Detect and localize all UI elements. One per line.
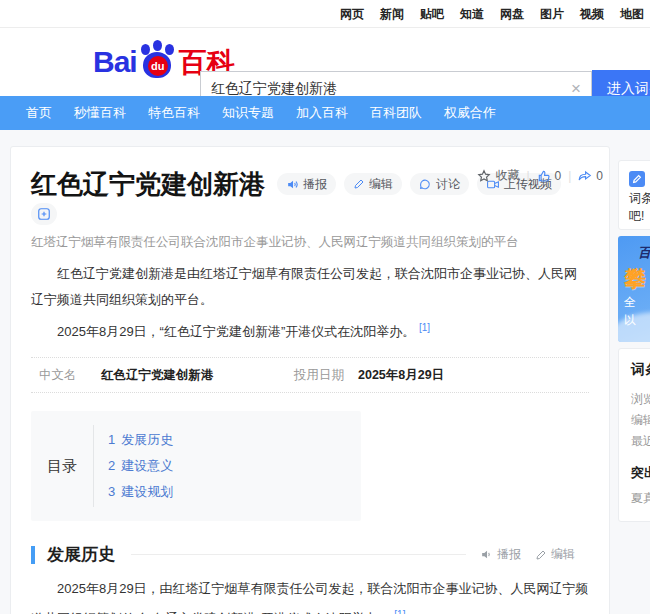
toc-item-planning[interactable]: 3建设规划 bbox=[108, 479, 173, 505]
section-edit-label: 编辑 bbox=[551, 546, 575, 563]
infobox-value: 2025年8月29日 bbox=[358, 366, 444, 384]
site-header: Bai du 百科 × 进入词条 bbox=[0, 28, 650, 96]
toc-number: 1 bbox=[108, 432, 115, 447]
infobox-value: 红色辽宁党建创新港 bbox=[101, 366, 214, 384]
entry-infobox: 中文名 红色辽宁党建创新港 投用日期 2025年8月29日 bbox=[31, 357, 589, 393]
nav-join[interactable]: 加入百科 bbox=[296, 104, 348, 122]
section-history-title: 发展历史 bbox=[47, 543, 115, 566]
toc-number: 3 bbox=[108, 484, 115, 499]
top-nav-news[interactable]: 新闻 bbox=[380, 6, 404, 23]
section-broadcast-label: 播报 bbox=[497, 546, 521, 563]
toc-list: 1发展历史 2建设意义 3建设规划 bbox=[93, 425, 173, 507]
section-history-paragraph: 2025年8月29日，由红塔辽宁烟草有限责任公司发起，联合沈阳市企事业记协、人民… bbox=[31, 576, 589, 614]
infobox-label: 投用日期 bbox=[294, 366, 350, 384]
top-nav-tieba[interactable]: 贴吧 bbox=[420, 6, 444, 23]
share-count: 0 bbox=[596, 169, 603, 183]
table-of-contents: 目录 1发展历史 2建设意义 3建设规划 bbox=[31, 411, 361, 521]
edit-pencil-icon bbox=[629, 171, 645, 187]
top-utility-bar: 网页 新闻 贴吧 知道 网盘 图片 视频 地图 文库 bbox=[0, 0, 650, 28]
reference-link-1[interactable]: [1] bbox=[394, 609, 405, 614]
section-history-header: 发展历史 播报 编辑 bbox=[31, 543, 589, 566]
pencil-icon bbox=[353, 178, 365, 190]
section-broadcast-button[interactable]: 播报 bbox=[480, 546, 521, 563]
stats-title: 词条统计 bbox=[631, 361, 650, 379]
entry-stats-box: 词条统计 浏览次数： 编辑次数： 最近更新： 突出贡献榜 夏真 bbox=[618, 348, 650, 522]
speaker-icon bbox=[480, 548, 493, 561]
entry-paragraph-2: 2025年8月29日，“红色辽宁党建创新港”开港仪式在沈阳举办。 [1] bbox=[31, 315, 589, 345]
entry-social-bar: 收藏 | 0 | 0 bbox=[477, 167, 603, 184]
top-nav-images[interactable]: 图片 bbox=[540, 6, 564, 23]
star-icon bbox=[477, 169, 491, 183]
contributors-title: 突出贡献榜 bbox=[631, 464, 650, 482]
infobox-label: 中文名 bbox=[39, 366, 101, 384]
favorite-button[interactable]: 收藏 bbox=[477, 167, 519, 184]
thumb-up-icon bbox=[537, 169, 551, 183]
edit-label: 编辑 bbox=[369, 176, 393, 193]
toc-item-history[interactable]: 1发展历史 bbox=[108, 427, 173, 453]
speaker-icon bbox=[286, 178, 299, 191]
broadcast-label: 播报 bbox=[303, 176, 327, 193]
right-sidebar: 词条 吧! 百科 攀 全 以 词条统计 浏览次数： 编辑次数： 最近更新： 突出… bbox=[618, 160, 650, 522]
contributor-name[interactable]: 夏真 bbox=[631, 490, 650, 507]
logo-bai-text: Bai bbox=[93, 44, 137, 80]
toc-item-significance[interactable]: 2建设意义 bbox=[108, 453, 173, 479]
entry-summary: 红塔辽宁烟草有限责任公司联合沈阳市企事业记协、人民网辽宁频道共同组织策划的平台 bbox=[31, 233, 589, 251]
top-nav: 网页 新闻 贴吧 知道 网盘 图片 视频 地图 文库 bbox=[340, 0, 650, 28]
reference-link-1[interactable]: [1] bbox=[419, 322, 430, 333]
banner-line-1: 全 bbox=[624, 294, 636, 311]
nav-miaodong[interactable]: 秒懂百科 bbox=[74, 104, 126, 122]
add-to-collection-button[interactable] bbox=[31, 203, 57, 225]
divider: | bbox=[568, 169, 571, 183]
discuss-label: 讨论 bbox=[436, 176, 460, 193]
nav-team[interactable]: 百科团队 bbox=[370, 104, 422, 122]
like-button[interactable]: 0 bbox=[537, 169, 562, 183]
entry-title-row: 红色辽宁党建创新港 播报 编辑 讨论 上传视频 bbox=[31, 147, 589, 225]
entry-paragraph-1-text: 红色辽宁党建创新港是由红塔辽宁烟草有限责任公司发起，联合沈阳市企事业记协、人民网… bbox=[31, 266, 577, 307]
stats-edits: 编辑次数： bbox=[631, 410, 650, 431]
top-nav-pan[interactable]: 网盘 bbox=[500, 6, 524, 23]
nav-home[interactable]: 首页 bbox=[26, 104, 52, 122]
stats-updated: 最近更新： bbox=[631, 431, 650, 452]
entry-paragraph-1: 红色辽宁党建创新港是由红塔辽宁烟草有限责任公司发起，联合沈阳市企事业记协、人民网… bbox=[31, 261, 589, 313]
share-icon bbox=[578, 169, 592, 183]
top-nav-video[interactable]: 视频 bbox=[580, 6, 604, 23]
promo-banner[interactable]: 百科 攀 全 以 bbox=[618, 236, 650, 342]
banner-brand-text: 百科 bbox=[638, 244, 650, 262]
infobox-row-name: 中文名 红色辽宁党建创新港 bbox=[31, 366, 286, 384]
edit-button[interactable]: 编辑 bbox=[344, 173, 402, 195]
toc-number: 2 bbox=[108, 458, 115, 473]
entry-title: 红色辽宁党建创新港 bbox=[31, 165, 265, 203]
nav-tese[interactable]: 特色百科 bbox=[148, 104, 200, 122]
section-edit-button[interactable]: 编辑 bbox=[535, 546, 575, 563]
baidu-paw-icon: du bbox=[139, 42, 177, 80]
promo-line-1: 词条 bbox=[629, 189, 650, 207]
banner-cloud-decoration bbox=[618, 312, 650, 342]
divider: | bbox=[526, 169, 529, 183]
top-nav-webpage[interactable]: 网页 bbox=[340, 6, 364, 23]
plus-square-icon bbox=[37, 207, 51, 221]
edit-promo-box[interactable]: 词条 吧! bbox=[618, 160, 650, 230]
nav-cooperation[interactable]: 权威合作 bbox=[444, 104, 496, 122]
chat-bubble-icon bbox=[419, 178, 432, 191]
toc-title: 目录 bbox=[31, 457, 93, 476]
favorite-label: 收藏 bbox=[495, 167, 519, 184]
top-nav-zhidao[interactable]: 知道 bbox=[460, 6, 484, 23]
promo-line-2: 吧! bbox=[629, 207, 650, 225]
discuss-button[interactable]: 讨论 bbox=[410, 173, 469, 195]
entry-paragraph-2-text: 2025年8月29日，“红色辽宁党建创新港”开港仪式在沈阳举办。 bbox=[57, 324, 415, 339]
banner-headline: 攀 bbox=[624, 264, 646, 294]
entry-card: 收藏 | 0 | 0 红色辽宁党建创新港 播报 编辑 讨论 上传视频 bbox=[10, 146, 610, 614]
top-nav-maps[interactable]: 地图 bbox=[620, 6, 644, 23]
nav-zhishi[interactable]: 知识专题 bbox=[222, 104, 274, 122]
toc-label: 建设意义 bbox=[121, 458, 173, 473]
pencil-icon bbox=[535, 549, 547, 561]
section-accent-bar bbox=[31, 546, 35, 564]
toc-label: 建设规划 bbox=[121, 484, 173, 499]
share-button[interactable]: 0 bbox=[578, 169, 603, 183]
infobox-row-date: 投用日期 2025年8月29日 bbox=[286, 366, 444, 384]
baike-channel-nav: 首页 秒懂百科 特色百科 知识专题 加入百科 百科团队 权威合作 bbox=[0, 96, 650, 130]
toc-label: 发展历史 bbox=[121, 432, 173, 447]
broadcast-button[interactable]: 播报 bbox=[277, 173, 336, 195]
stats-views: 浏览次数： bbox=[631, 389, 650, 410]
section-history-text: 2025年8月29日，由红塔辽宁烟草有限责任公司发起，联合沈阳市企事业记协、人民… bbox=[31, 581, 589, 614]
